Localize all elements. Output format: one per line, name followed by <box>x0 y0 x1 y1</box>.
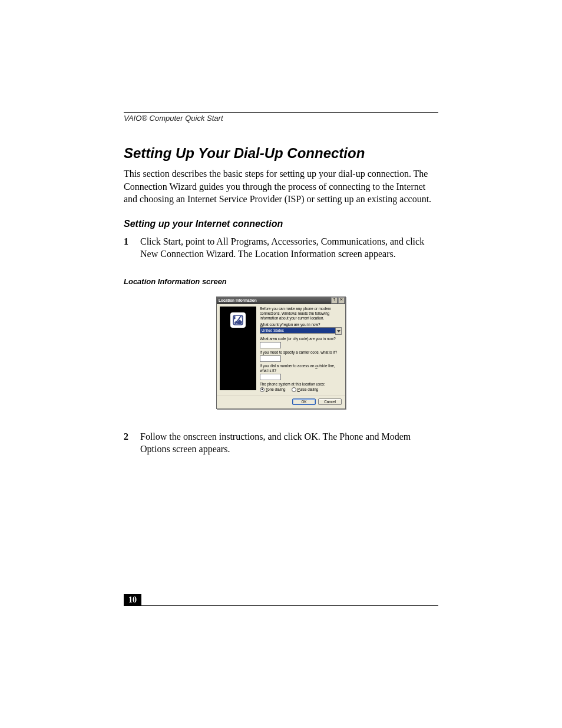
carrier-label: If you need to specify a carrier code, w… <box>260 350 342 355</box>
step-number: 1 <box>124 235 140 261</box>
subheading: Setting up your Internet connection <box>124 219 438 229</box>
carrier-input[interactable] <box>260 355 281 362</box>
page-footer: 10 <box>124 594 438 606</box>
step-number: 2 <box>124 430 140 456</box>
running-head: VAIO® Computer Quick Start <box>124 114 438 123</box>
intro-paragraph: This section describes the basic steps f… <box>124 167 438 206</box>
header-rule <box>124 112 438 113</box>
dialog-side-image <box>220 307 256 390</box>
phone-system-label: The phone system at this location uses: <box>260 382 342 387</box>
radio-dot-icon <box>260 387 265 392</box>
footer-rule <box>124 605 438 606</box>
ok-button[interactable]: OK <box>292 398 316 405</box>
figure-caption: Location Information screen <box>124 277 438 286</box>
phone-icon <box>229 311 247 329</box>
areacode-input[interactable] <box>260 342 281 348</box>
areacode-label: What area code (or city code) are you in… <box>260 337 342 341</box>
outside-line-input[interactable] <box>260 374 281 380</box>
dialog-title: Location Information <box>219 298 257 302</box>
country-select[interactable]: United States <box>260 327 342 335</box>
step-text: Click Start, point to All Programs, Acce… <box>140 235 438 261</box>
help-icon[interactable]: ? <box>331 297 338 304</box>
dialog-figure: Location Information ? ✕ <box>124 297 438 409</box>
page-number: 10 <box>124 594 141 606</box>
step-2: 2 Follow the onscreen instructions, and … <box>124 430 438 456</box>
location-information-dialog: Location Information ? ✕ <box>216 297 346 409</box>
outside-line-label: If you dial a number to access an outsid… <box>260 364 342 373</box>
tone-dialing-radio[interactable]: Tone dialing <box>260 387 286 392</box>
chevron-down-icon[interactable] <box>335 327 342 335</box>
dialog-titlebar: Location Information ? ✕ <box>217 297 345 304</box>
pulse-dialing-radio[interactable]: Pulse dialing <box>292 387 319 392</box>
close-icon[interactable]: ✕ <box>338 297 345 304</box>
cancel-button[interactable]: Cancel <box>318 398 342 405</box>
radio-dot-icon <box>292 387 296 392</box>
page-title: Setting Up Your Dial-Up Connection <box>124 145 438 162</box>
dialog-intro-text: Before you can make any phone or modem c… <box>260 307 342 321</box>
step-text: Follow the onscreen instructions, and cl… <box>140 430 438 456</box>
country-value: United States <box>260 327 335 334</box>
country-label: What country/region are you in now? <box>260 322 342 327</box>
step-1: 1 Click Start, point to All Programs, Ac… <box>124 235 438 261</box>
